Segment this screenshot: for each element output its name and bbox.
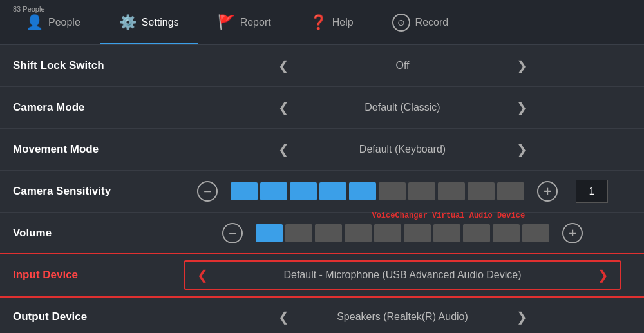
vol-bar-6	[404, 224, 431, 242]
vol-bar-1	[256, 224, 283, 242]
bar-8	[438, 182, 465, 200]
output-device-value: Speakers (Realtek(R) Audio)	[306, 311, 499, 323]
output-device-label: Output Device	[13, 310, 174, 323]
camera-mode-prev[interactable]: ❮	[274, 98, 293, 117]
vol-bar-5	[374, 224, 401, 242]
output-device-control: ❮ Speakers (Realtek(R) Audio) ❯	[174, 307, 631, 327]
nav-people[interactable]: 👤 People 83 People	[6, 0, 100, 44]
volume-control: VoiceChanger Virtual Audio Device − +	[174, 223, 631, 243]
camera-mode-value: Default (Classic)	[306, 102, 499, 113]
input-device-label: Input Device	[13, 269, 174, 281]
camera-sensitivity-decrease[interactable]: −	[197, 181, 218, 202]
nav-settings-label: Settings	[142, 17, 179, 28]
volume-row: Volume VoiceChanger Virtual Audio Device…	[0, 213, 644, 254]
nav-help-label: Help	[332, 17, 354, 28]
shift-lock-switch-next[interactable]: ❯	[512, 56, 531, 75]
bar-9	[468, 182, 495, 200]
vol-bar-4	[345, 224, 372, 242]
nav-record[interactable]: ⊙ Record	[373, 0, 468, 44]
input-device-prev[interactable]: ❮	[193, 265, 212, 285]
nav-people-label: People	[48, 17, 80, 28]
input-device-value: Default - Microphone (USB Advanced Audio…	[212, 269, 593, 281]
camera-sensitivity-label: Camera Sensitivity	[13, 185, 174, 198]
nav-report-label: Report	[240, 17, 271, 28]
people-count: 83 People	[13, 5, 45, 13]
movement-mode-prev[interactable]: ❮	[274, 140, 293, 159]
movement-mode-next[interactable]: ❯	[512, 140, 531, 159]
movement-mode-value: Default (Keyboard)	[306, 144, 499, 155]
movement-mode-control: ❮ Default (Keyboard) ❯	[174, 140, 631, 159]
input-device-selector[interactable]: ❮ Default - Microphone (USB Advanced Aud…	[184, 260, 621, 290]
nav-record-label: Record	[415, 17, 449, 28]
vol-bar-10	[522, 224, 549, 242]
input-device-control: ❮ Default - Microphone (USB Advanced Aud…	[174, 260, 631, 290]
help-icon: ❓	[310, 15, 327, 30]
input-device-row: Input Device ❮ Default - Microphone (USB…	[0, 254, 644, 296]
volume-decrease[interactable]: −	[222, 223, 243, 243]
input-device-next[interactable]: ❯	[593, 265, 612, 285]
shift-lock-switch-control: ❮ Off ❯	[174, 56, 631, 75]
camera-sensitivity-row: Camera Sensitivity − + 1	[0, 171, 644, 213]
nav-help[interactable]: ❓ Help	[290, 0, 373, 44]
nav-report[interactable]: 🚩 Report	[198, 0, 290, 44]
volume-slider[interactable]	[256, 224, 549, 242]
camera-sensitivity-increase[interactable]: +	[537, 181, 558, 202]
movement-mode-label: Movement Mode	[13, 143, 174, 156]
bar-1	[231, 182, 258, 200]
shift-lock-switch-prev[interactable]: ❮	[274, 56, 293, 75]
camera-mode-next[interactable]: ❯	[512, 98, 531, 117]
bar-2	[260, 182, 287, 200]
movement-mode-row: Movement Mode ❮ Default (Keyboard) ❯	[0, 129, 644, 171]
record-icon: ⊙	[392, 14, 410, 32]
shift-lock-switch-row: Shift Lock Switch ❮ Off ❯	[0, 45, 644, 87]
settings-panel: Shift Lock Switch ❮ Off ❯ Camera Mode ❮ …	[0, 45, 644, 333]
vol-bar-3	[315, 224, 342, 242]
bar-5	[349, 182, 376, 200]
shift-lock-switch-label: Shift Lock Switch	[13, 59, 174, 72]
bar-7	[408, 182, 435, 200]
output-device-prev[interactable]: ❮	[274, 307, 293, 327]
bar-3	[290, 182, 317, 200]
settings-icon: ⚙️	[119, 15, 137, 30]
nav-settings[interactable]: ⚙️ Settings	[100, 0, 198, 44]
vol-bar-2	[285, 224, 312, 242]
camera-mode-row: Camera Mode ❮ Default (Classic) ❯	[0, 87, 644, 129]
camera-sensitivity-value: 1	[576, 180, 608, 203]
bar-10	[497, 182, 524, 200]
output-device-row: Output Device ❮ Speakers (Realtek(R) Aud…	[0, 296, 644, 333]
shift-lock-switch-value: Off	[306, 60, 499, 71]
camera-mode-control: ❮ Default (Classic) ❯	[174, 98, 631, 117]
bar-4	[319, 182, 346, 200]
people-icon: 👤	[26, 15, 43, 30]
voicechanger-tooltip: VoiceChanger Virtual Audio Device	[372, 211, 525, 220]
top-nav: 👤 People 83 People ⚙️ Settings 🚩 Report …	[0, 0, 644, 45]
vol-bar-7	[433, 224, 460, 242]
camera-sensitivity-slider[interactable]	[231, 182, 524, 200]
camera-mode-label: Camera Mode	[13, 101, 174, 114]
camera-sensitivity-control: − + 1	[174, 180, 631, 203]
vol-bar-9	[493, 224, 520, 242]
volume-increase[interactable]: +	[562, 223, 583, 243]
volume-label: Volume	[13, 227, 174, 240]
bar-6	[379, 182, 406, 200]
output-device-next[interactable]: ❯	[512, 307, 531, 327]
vol-bar-8	[463, 224, 490, 242]
report-icon: 🚩	[218, 15, 235, 30]
